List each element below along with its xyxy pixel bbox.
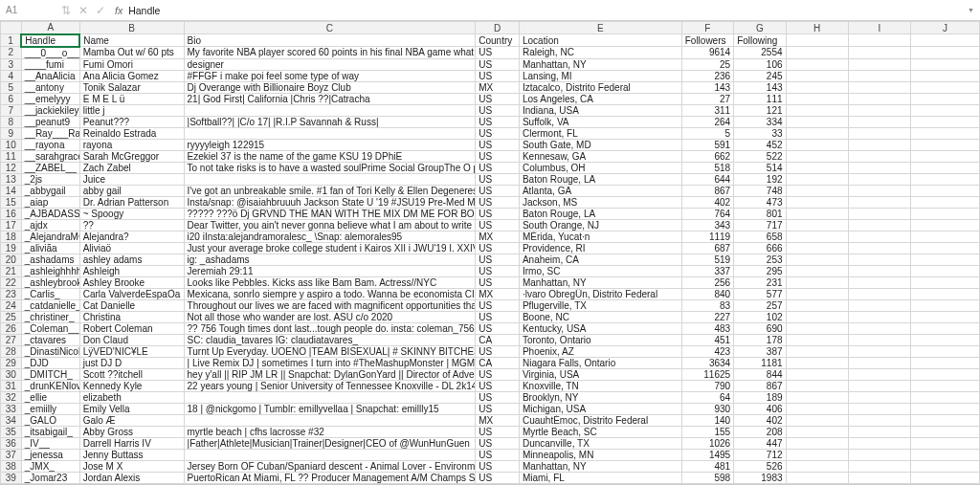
cell[interactable]: Baton Rouge, LA (519, 208, 681, 219)
row-header[interactable]: 27 (1, 334, 22, 345)
cell[interactable]: 27 (681, 93, 733, 104)
cell[interactable]: ????? ???ö Dj GRVND THE MAN WITH THE MIX… (184, 208, 476, 219)
cell[interactable] (911, 162, 980, 173)
column-header[interactable] (1, 22, 22, 34)
row-header[interactable]: 31 (1, 380, 22, 391)
cell[interactable]: MX (476, 414, 520, 426)
cell[interactable]: 930 (681, 403, 733, 414)
cell[interactable]: 337 (681, 265, 733, 276)
expand-icon[interactable]: ▼ (968, 7, 980, 13)
cell[interactable]: Mexicana, sonrÌo siempre y aspiro a todo… (184, 288, 476, 299)
cell[interactable] (911, 34, 980, 47)
cell[interactable]: __Ray___Ray__ (21, 127, 79, 139)
cell[interactable]: Location (519, 34, 681, 47)
cell[interactable] (911, 58, 980, 70)
row-header[interactable]: 8 (1, 116, 22, 127)
cell[interactable]: 33 (734, 127, 786, 139)
cell[interactable] (786, 426, 848, 437)
cell[interactable]: US (476, 449, 520, 460)
cell[interactable] (848, 299, 910, 311)
cell[interactable]: 402 (734, 414, 786, 426)
cell[interactable] (848, 357, 910, 368)
row-header[interactable]: 4 (1, 70, 22, 81)
cell[interactable]: Tonik Salazar (79, 81, 184, 93)
cell[interactable] (911, 414, 980, 426)
cell[interactable]: PuertoRican At Miami, FL ?? Producer Man… (184, 472, 476, 483)
cell[interactable] (911, 127, 980, 139)
cell[interactable]: _Coleman__15 (21, 322, 79, 334)
cell[interactable]: rayona (79, 139, 184, 150)
cell[interactable] (184, 449, 476, 460)
cell[interactable]: US (476, 219, 520, 231)
cell[interactable]: 1119 (681, 231, 733, 242)
cell[interactable]: Fumi Omori (79, 58, 184, 70)
cell[interactable]: Manhattan, NY (519, 276, 681, 288)
cell[interactable]: _Jomar23 (21, 472, 79, 483)
cell-reference[interactable]: A1 (0, 2, 57, 18)
sort-icon[interactable]: ⇅ (57, 4, 75, 17)
cell[interactable]: _IV__ (21, 437, 79, 449)
cell[interactable]: __peanut9 (21, 116, 79, 127)
cell[interactable]: Columbus, OH (519, 162, 681, 173)
column-header[interactable]: J (911, 22, 980, 34)
cell[interactable] (848, 81, 910, 93)
cell[interactable]: _christiner_ (21, 311, 79, 322)
cell[interactable]: 591 (681, 139, 733, 150)
cell[interactable]: __emelyyy (21, 93, 79, 104)
cell[interactable] (911, 242, 980, 254)
cell[interactable]: 253 (734, 254, 786, 265)
cell[interactable]: 178 (734, 334, 786, 345)
cell[interactable]: Dj Overange with Billionaire Boyz Club (184, 81, 476, 93)
cell[interactable]: 106 (734, 58, 786, 70)
cell[interactable]: 687 (681, 242, 733, 254)
column-header[interactable]: C (184, 22, 476, 34)
cell[interactable] (184, 173, 476, 185)
cell[interactable]: 231 (734, 276, 786, 288)
cell[interactable]: 790 (681, 380, 733, 391)
cell[interactable]: ashley adams (79, 254, 184, 265)
cell[interactable]: LÿVED'NIC¥LE (79, 345, 184, 357)
cell[interactable] (911, 368, 980, 380)
cell[interactable]: _AlejandraMC (21, 231, 79, 242)
cell[interactable]: Darrell Harris IV (79, 437, 184, 449)
cell[interactable]: Galo Æ (79, 414, 184, 426)
row-header[interactable]: 32 (1, 391, 22, 403)
cell[interactable]: 22 years young | Senior University of Te… (184, 380, 476, 391)
cell[interactable]: Cat Danielle (79, 299, 184, 311)
cell[interactable]: myrtle beach | cfhs lacrosse #32 (184, 426, 476, 437)
cell[interactable]: 155 (681, 426, 733, 437)
cell[interactable]: _ajdx (21, 219, 79, 231)
row-header[interactable]: 19 (1, 242, 22, 254)
cell[interactable] (848, 288, 910, 299)
cell[interactable] (848, 47, 910, 59)
cell[interactable] (786, 472, 848, 483)
cell[interactable]: designer (184, 58, 476, 70)
cell[interactable]: Myrtle Beach, SC (519, 426, 681, 437)
cell[interactable] (848, 150, 910, 162)
cell[interactable]: 666 (734, 242, 786, 254)
cell[interactable] (911, 47, 980, 59)
cell[interactable] (911, 219, 980, 231)
cell[interactable] (848, 139, 910, 150)
cell[interactable]: _AJBADASS (21, 208, 79, 219)
cell[interactable]: 473 (734, 196, 786, 208)
cell[interactable]: 690 (734, 322, 786, 334)
column-header[interactable]: F (681, 22, 733, 34)
column-header[interactable]: G (734, 22, 786, 34)
cell[interactable]: US (476, 116, 520, 127)
cell[interactable]: 111 (734, 93, 786, 104)
cell[interactable] (848, 322, 910, 334)
cell[interactable]: US (476, 208, 520, 219)
cell[interactable]: abby gail (79, 185, 184, 196)
cell[interactable]: Clermont, FL (519, 127, 681, 139)
cell[interactable]: 481 (681, 460, 733, 472)
cell[interactable]: Name (79, 34, 184, 47)
cell[interactable]: Robert Coleman (79, 322, 184, 334)
cell[interactable] (911, 254, 980, 265)
cell[interactable]: Michigan, USA (519, 403, 681, 414)
cancel-icon[interactable]: ✕ (75, 4, 92, 17)
row-header[interactable]: 39 (1, 472, 22, 483)
cell[interactable] (848, 219, 910, 231)
cell[interactable]: 519 (681, 254, 733, 265)
cell[interactable]: _abbygail (21, 185, 79, 196)
